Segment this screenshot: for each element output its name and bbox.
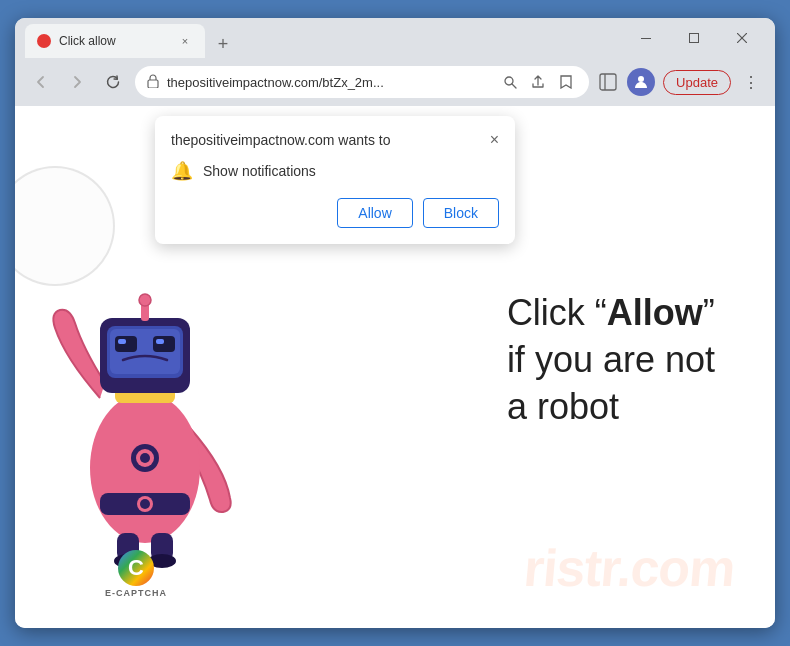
maximize-button[interactable] xyxy=(671,21,717,55)
sidebar-icon[interactable] xyxy=(597,71,619,93)
update-button[interactable]: Update xyxy=(663,70,731,95)
bell-icon: 🔔 xyxy=(171,160,193,182)
svg-rect-19 xyxy=(153,336,175,352)
svg-point-23 xyxy=(139,294,151,306)
captcha-logo: C E-CAPTCHA xyxy=(105,550,167,598)
notification-row: 🔔 Show notifications xyxy=(171,160,499,182)
address-icons xyxy=(499,71,577,93)
tab-close-button[interactable]: × xyxy=(177,33,193,49)
popup-buttons: Allow Block xyxy=(171,198,499,228)
svg-point-9 xyxy=(638,76,644,82)
tab-favicon xyxy=(37,34,51,48)
robot-text-allow: Allow xyxy=(607,292,703,333)
minimize-button[interactable] xyxy=(623,21,669,55)
reload-button[interactable] xyxy=(99,68,127,96)
active-tab[interactable]: Click allow × xyxy=(25,24,205,58)
svg-point-13 xyxy=(140,499,150,509)
popup-title: thepositiveimpactnow.com wants to xyxy=(171,132,390,148)
popup-header: thepositiveimpactnow.com wants to × xyxy=(171,132,499,148)
address-bar: thepositiveimpactnow.com/btZx_2m... Upda… xyxy=(15,58,775,106)
robot-text: Click “Allow” if you are not a robot xyxy=(507,290,715,430)
address-input[interactable]: thepositiveimpactnow.com/btZx_2m... xyxy=(135,66,589,98)
robot-text-line1: Click “Allow” xyxy=(507,292,715,333)
popup-close-button[interactable]: × xyxy=(490,132,499,148)
block-button[interactable]: Block xyxy=(423,198,499,228)
captcha-label: E-CAPTCHA xyxy=(105,588,167,598)
new-tab-button[interactable]: + xyxy=(209,30,237,58)
svg-rect-4 xyxy=(148,80,158,88)
notification-label: Show notifications xyxy=(203,163,316,179)
search-icon[interactable] xyxy=(499,71,521,93)
page-content: thepositiveimpactnow.com wants to × 🔔 Sh… xyxy=(15,106,775,628)
svg-rect-21 xyxy=(156,339,164,344)
svg-rect-1 xyxy=(690,34,699,43)
share-icon[interactable] xyxy=(527,71,549,93)
captcha-icon: C xyxy=(118,550,154,586)
svg-line-6 xyxy=(512,84,516,88)
url-text: thepositiveimpactnow.com/btZx_2m... xyxy=(167,75,491,90)
window-controls xyxy=(623,21,765,55)
back-button[interactable] xyxy=(27,68,55,96)
svg-rect-0 xyxy=(641,38,651,39)
bookmark-icon[interactable] xyxy=(555,71,577,93)
lock-icon xyxy=(147,74,159,91)
close-button[interactable] xyxy=(719,21,765,55)
robot-text-line2: if you are not xyxy=(507,339,715,380)
menu-icon[interactable]: ⋮ xyxy=(739,73,763,92)
forward-button[interactable] xyxy=(63,68,91,96)
svg-rect-18 xyxy=(115,336,137,352)
robot-illustration: C E-CAPTCHA xyxy=(45,228,265,608)
tab-area: Click allow × + xyxy=(25,18,615,58)
watermark: ristr.com xyxy=(522,538,738,598)
robot-text-line3: a robot xyxy=(507,385,619,426)
notification-popup: thepositiveimpactnow.com wants to × 🔔 Sh… xyxy=(155,116,515,244)
svg-rect-20 xyxy=(118,339,126,344)
browser-window: Click allow × + xyxy=(15,18,775,628)
svg-rect-7 xyxy=(600,74,616,90)
profile-icon[interactable] xyxy=(627,68,655,96)
allow-button[interactable]: Allow xyxy=(337,198,412,228)
title-bar: Click allow × + xyxy=(15,18,775,58)
svg-point-26 xyxy=(140,453,150,463)
tab-title: Click allow xyxy=(59,34,169,48)
